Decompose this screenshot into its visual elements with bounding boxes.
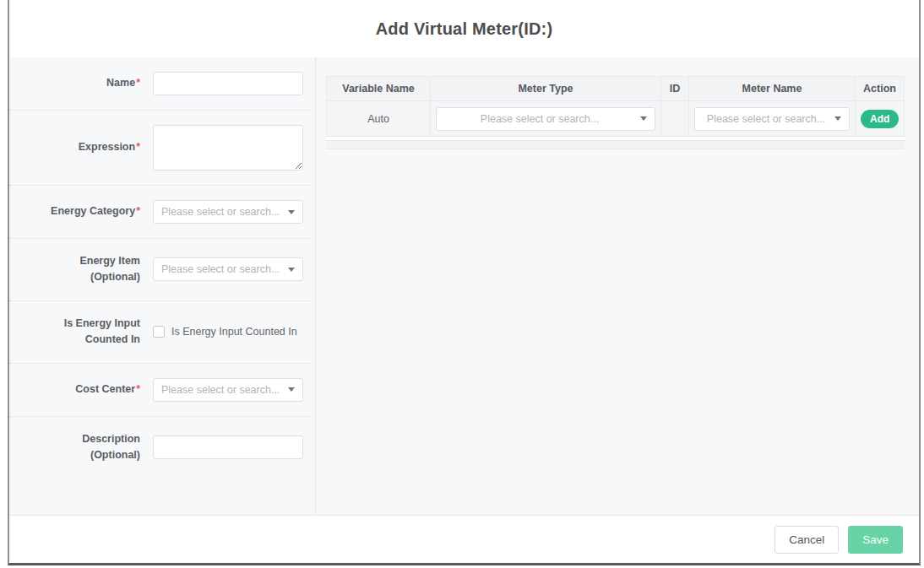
- energy-category-select[interactable]: Please select or search...: [153, 200, 303, 224]
- form-row-expression: Expression*: [9, 111, 310, 186]
- required-asterisk: *: [136, 205, 140, 217]
- form-row-energy-item: Energy Item (Optional) Please select or …: [9, 239, 310, 301]
- energy-category-label: Energy Category*: [9, 203, 140, 219]
- is-energy-input-checkbox[interactable]: [153, 326, 165, 338]
- expression-label: Expression*: [9, 139, 140, 155]
- required-asterisk: *: [136, 383, 140, 395]
- form-row-name: Name*: [9, 57, 310, 111]
- save-button[interactable]: Save: [848, 526, 903, 554]
- energy-category-placeholder: Please select or search...: [161, 206, 283, 218]
- form-row-energy-category: Energy Category* Please select or search…: [9, 186, 310, 239]
- table-row: Auto Please select or search... Please s…: [327, 101, 905, 137]
- description-input[interactable]: [153, 435, 303, 459]
- column-header-variable-name: Variable Name: [327, 77, 431, 101]
- table-footer-strip: [326, 140, 905, 149]
- meter-name-placeholder: Please select or search...: [703, 113, 829, 125]
- variables-table: Variable Name Meter Type ID Meter Name A…: [326, 76, 905, 137]
- is-energy-input-checkbox-group: Is Energy Input Counted In: [153, 326, 297, 338]
- dialog-body: Name* Expression* Energy Category* Pleas…: [9, 57, 919, 515]
- required-asterisk: *: [136, 77, 140, 89]
- energy-item-label: Energy Item (Optional): [9, 253, 140, 286]
- add-variable-button[interactable]: Add: [861, 110, 899, 128]
- meter-type-placeholder: Please select or search...: [444, 113, 635, 125]
- name-input[interactable]: [153, 72, 303, 95]
- add-virtual-meter-dialog: Add Virtual Meter(ID:) Name* Expression*…: [8, 0, 921, 565]
- required-asterisk: *: [136, 141, 140, 153]
- cancel-button[interactable]: Cancel: [775, 526, 839, 554]
- chevron-down-icon: [288, 268, 295, 272]
- chevron-down-icon: [288, 387, 295, 392]
- form-row-cost-center: Cost Center* Please select or search...: [9, 364, 310, 417]
- dialog-title: Add Virtual Meter(ID:): [376, 19, 553, 39]
- expression-textarea[interactable]: [153, 125, 303, 170]
- table-header-row: Variable Name Meter Type ID Meter Name A…: [327, 77, 905, 101]
- dialog-footer: Cancel Save: [9, 515, 919, 563]
- name-label: Name*: [9, 75, 140, 91]
- chevron-down-icon: [834, 116, 841, 121]
- form-row-description: Description (Optional): [9, 417, 310, 479]
- chevron-down-icon: [288, 210, 295, 214]
- form-row-is-energy-input: Is Energy Input Counted In Is Energy Inp…: [9, 301, 310, 364]
- chevron-down-icon: [640, 116, 647, 121]
- energy-item-placeholder: Please select or search...: [161, 263, 283, 275]
- action-cell: Add: [856, 101, 905, 137]
- is-energy-input-label: Is Energy Input Counted In: [9, 316, 140, 349]
- id-cell: [661, 101, 689, 137]
- description-label: Description (Optional): [9, 431, 140, 464]
- cost-center-placeholder: Please select or search...: [161, 384, 283, 396]
- cost-center-select[interactable]: Please select or search...: [153, 378, 303, 402]
- energy-item-select[interactable]: Please select or search...: [153, 257, 303, 281]
- meter-name-cell: Please select or search...: [689, 101, 856, 137]
- virtual-meter-form: Name* Expression* Energy Category* Pleas…: [9, 57, 316, 515]
- is-energy-input-checkbox-text: Is Energy Input Counted In: [171, 326, 297, 338]
- variables-table-panel: Variable Name Meter Type ID Meter Name A…: [316, 57, 919, 515]
- column-header-action: Action: [856, 77, 905, 101]
- variable-name-cell: Auto: [327, 101, 431, 137]
- meter-type-select[interactable]: Please select or search...: [436, 107, 655, 131]
- meter-name-select[interactable]: Please select or search...: [694, 107, 850, 131]
- cost-center-label: Cost Center*: [9, 381, 140, 398]
- column-header-meter-name: Meter Name: [689, 77, 856, 101]
- column-header-id: ID: [661, 77, 689, 101]
- meter-type-cell: Please select or search...: [431, 101, 661, 137]
- column-header-meter-type: Meter Type: [431, 77, 661, 101]
- dialog-header: Add Virtual Meter(ID:): [9, 0, 919, 57]
